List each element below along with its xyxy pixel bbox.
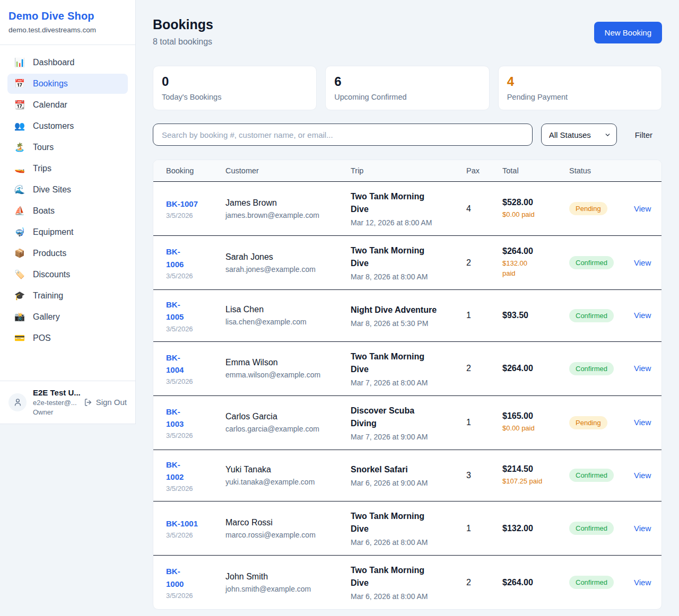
booking-id-link[interactable]: BK- 1002 <box>166 459 184 483</box>
sidebar-item-label: Tours <box>33 143 54 152</box>
sidebar-item-dashboard[interactable]: 📊 Dashboard <box>7 52 128 73</box>
view-link[interactable]: View <box>634 471 651 480</box>
status-cell: Confirmed <box>569 309 634 322</box>
filter-row: All Statuses Filter <box>153 124 662 146</box>
total-cell: $264.00 $132.00 paid <box>502 247 569 279</box>
sidebar-item-label: POS <box>33 333 51 343</box>
view-link[interactable]: View <box>634 204 651 213</box>
status-badge: Pending <box>569 416 607 429</box>
trip-cell: Two Tank Morning Dive Mar 7, 2026 at 8:0… <box>351 350 466 387</box>
trip-datetime: Mar 6, 2026 at 8:00 AM <box>351 538 466 547</box>
booking-id-link[interactable]: BK- 1000 <box>166 565 184 590</box>
status-badge: Confirmed <box>569 362 614 375</box>
sidebar-item-label: Discounts <box>33 270 70 279</box>
sidebar-item-boats[interactable]: ⛵ Boats <box>7 201 128 221</box>
filter-button[interactable]: Filter <box>617 130 662 139</box>
trip-name: Discover Scuba Diving <box>351 404 466 430</box>
sidebar-item-calendar[interactable]: 📆 Calendar <box>7 95 128 115</box>
total-cell: $93.50 <box>502 311 569 320</box>
pax-count: 1 <box>466 418 502 427</box>
customer-name: Sarah Jones <box>225 252 351 262</box>
stat-value: 4 <box>507 74 653 89</box>
sign-out-button[interactable]: Sign Out <box>84 398 127 407</box>
trip-cell: Snorkel Safari Mar 6, 2026 at 9:00 AM <box>351 463 466 487</box>
user-info: E2E Test U... e2e-tester@... Owner <box>33 388 77 416</box>
sidebar-nav: 📊 Dashboard 📅 Bookings 📆 Calendar 👥 Cust… <box>0 45 135 381</box>
total-amount: $264.00 <box>502 247 569 256</box>
booking-cell: BK- 1002 3/5/2026 <box>166 459 225 493</box>
trip-datetime: Mar 12, 2026 at 8:00 AM <box>351 218 466 227</box>
sidebar-item-dive-sites[interactable]: 🌊 Dive Sites <box>7 180 128 200</box>
view-link[interactable]: View <box>634 311 651 320</box>
action-cell: View <box>634 471 651 480</box>
search-input[interactable] <box>153 124 533 146</box>
total-amount: $528.00 <box>502 198 569 207</box>
total-cell: $528.00 $0.00 paid <box>502 198 569 220</box>
action-cell: View <box>634 311 651 320</box>
sidebar-item-tours[interactable]: 🏝️ Tours <box>7 137 128 157</box>
camera-icon: 📸 <box>14 313 25 321</box>
shop-domain: demo.test.divestreams.com <box>8 26 127 34</box>
view-link[interactable]: View <box>634 418 651 427</box>
sidebar-item-products[interactable]: 📦 Products <box>7 243 128 263</box>
view-link[interactable]: View <box>634 258 651 267</box>
status-badge: Confirmed <box>569 576 614 589</box>
total-amount: $93.50 <box>502 311 569 320</box>
customer-name: James Brown <box>225 198 351 208</box>
status-cell: Confirmed <box>569 522 634 535</box>
sidebar-item-label: Products <box>33 249 66 258</box>
status-filter-select[interactable]: All Statuses <box>541 124 617 146</box>
customer-email: sarah.jones@example.com <box>225 265 351 274</box>
booking-cell: BK- 1003 3/5/2026 <box>166 406 225 440</box>
booking-id-link[interactable]: BK-1007 <box>166 198 198 210</box>
sidebar-item-label: Bookings <box>33 79 68 89</box>
trip-cell: Two Tank Morning Dive Mar 6, 2026 at 8:0… <box>351 564 466 601</box>
page-title: Bookings <box>153 17 213 32</box>
trip-name: Two Tank Morning Dive <box>351 190 466 216</box>
user-role: Owner <box>33 408 77 416</box>
customer-cell: Emma Wilson emma.wilson@example.com <box>225 358 351 379</box>
new-booking-button[interactable]: New Booking <box>594 22 662 43</box>
column-header-trip: Trip <box>351 166 466 175</box>
booking-cell: BK- 1005 3/5/2026 <box>166 298 225 333</box>
booking-date: 3/5/2026 <box>166 485 225 492</box>
island-icon: 🏝️ <box>14 143 25 152</box>
booking-id-link[interactable]: BK- 1004 <box>166 351 184 376</box>
table-row: BK-1001 3/5/2026 Marco Rossi marco.rossi… <box>153 501 661 556</box>
paid-amount: $132.00 paid <box>502 259 569 279</box>
sidebar-item-bookings[interactable]: 📅 Bookings <box>7 74 128 94</box>
sidebar-item-trips[interactable]: 🚤 Trips <box>7 159 128 179</box>
sidebar-item-gallery[interactable]: 📸 Gallery <box>7 307 128 327</box>
customer-name: Yuki Tanaka <box>225 465 351 474</box>
trip-name: Two Tank Morning Dive <box>351 244 466 270</box>
sign-out-icon <box>84 398 92 407</box>
sidebar-item-discounts[interactable]: 🏷️ Discounts <box>7 265 128 285</box>
action-cell: View <box>634 204 651 214</box>
table-row: BK- 1003 3/5/2026 Carlos Garcia carlos.g… <box>153 396 661 450</box>
booking-id-link[interactable]: BK- 1006 <box>166 245 184 270</box>
view-link[interactable]: View <box>634 578 651 587</box>
view-link[interactable]: View <box>634 364 651 373</box>
action-cell: View <box>634 418 651 427</box>
speedboat-icon: 🚤 <box>14 164 25 173</box>
status-badge: Confirmed <box>569 256 614 269</box>
booking-id-link[interactable]: BK-1001 <box>166 517 198 530</box>
page-subtitle: 8 total bookings <box>153 37 213 47</box>
tag-icon: 🏷️ <box>14 270 25 279</box>
total-cell: $132.00 <box>502 524 569 533</box>
page-header: Bookings 8 total bookings New Booking <box>153 17 662 47</box>
booking-id-link[interactable]: BK- 1003 <box>166 406 184 430</box>
view-link[interactable]: View <box>634 524 651 533</box>
status-badge: Confirmed <box>569 309 614 322</box>
sidebar-item-equipment[interactable]: 🤿 Equipment <box>7 222 128 242</box>
sidebar-item-pos[interactable]: 💳 POS <box>7 328 128 348</box>
sidebar-item-label: Calendar <box>33 100 67 110</box>
booking-cell: BK-1007 3/5/2026 <box>166 198 225 219</box>
booking-id-link[interactable]: BK- 1005 <box>166 298 184 323</box>
sidebar-item-training[interactable]: 🎓 Training <box>7 286 128 306</box>
sidebar-item-customers[interactable]: 👥 Customers <box>7 116 128 136</box>
total-cell: $165.00 $0.00 paid <box>502 411 569 434</box>
total-amount: $264.00 <box>502 578 569 587</box>
table-row: BK- 1006 3/5/2026 Sarah Jones sarah.jone… <box>153 236 661 290</box>
booking-cell: BK- 1000 3/5/2026 <box>166 565 225 600</box>
